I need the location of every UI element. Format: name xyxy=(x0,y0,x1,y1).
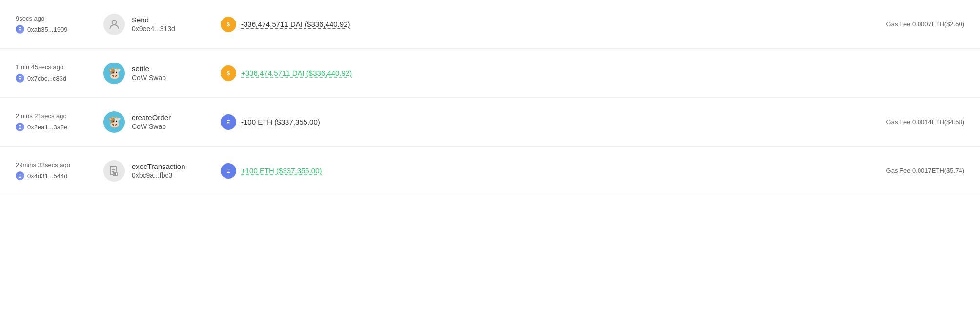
ethereum-icon xyxy=(16,25,24,34)
protocol-info: execTransaction0xbc9a...fbc3 xyxy=(132,162,185,179)
tx-gas-col: Gas Fee 0.0017ETH($5.74) xyxy=(837,167,964,174)
svg-text:$: $ xyxy=(227,70,230,76)
tx-amount-col: Ξ -100 ETH ($337,355.00) xyxy=(211,114,837,130)
dai-coin-icon: $ xyxy=(221,17,236,32)
tx-hash-text: 0xab35...1909 xyxy=(27,26,67,33)
ethereum-icon xyxy=(16,74,24,83)
dai-coin-icon: $ xyxy=(221,65,236,81)
tx-time: 29mins 33secs ago xyxy=(16,161,103,168)
tx-amount-col: Ξ +100 ETH ($337,355.00) xyxy=(211,163,837,179)
tx-hash-text: 0x7cbc...c83d xyxy=(27,75,66,82)
tx-time-col: 1min 45secs ago0x7cbc...c83d xyxy=(16,63,103,83)
tx-hash-text: 0x2ea1...3a2e xyxy=(27,124,67,131)
tx-gas-col: Gas Fee 0.0007ETH($2.50) xyxy=(837,21,964,28)
document-icon xyxy=(103,160,125,182)
table-row: 29mins 33secs ago0x4d31...544d execTrans… xyxy=(0,147,980,195)
protocol-info: Send0x9ee4...313d xyxy=(132,16,175,33)
protocol-sub: 0xbc9a...fbc3 xyxy=(132,171,185,179)
eth-coin-icon: Ξ xyxy=(221,163,236,179)
svg-text:Ξ: Ξ xyxy=(226,168,230,174)
protocol-info: settleCoW Swap xyxy=(132,64,166,82)
tx-hash[interactable]: 0xab35...1909 xyxy=(16,25,103,34)
protocol-action: Send xyxy=(132,16,175,24)
tx-protocol-col: execTransaction0xbc9a...fbc3 xyxy=(103,160,211,182)
person-icon xyxy=(103,14,125,35)
tx-time-col: 9secs ago0xab35...1909 xyxy=(16,15,103,34)
protocol-sub: CoW Swap xyxy=(132,74,166,82)
svg-text:Ξ: Ξ xyxy=(226,119,230,125)
tx-protocol-col: 🐮createOrderCoW Swap xyxy=(103,111,211,133)
table-row: 2mins 21secs ago0x2ea1...3a2e🐮createOrde… xyxy=(0,98,980,147)
tx-time: 1min 45secs ago xyxy=(16,63,103,71)
protocol-action: execTransaction xyxy=(132,162,185,170)
tx-amount-col: $ +336,474.5711 DAI ($336,440.92) xyxy=(211,65,837,81)
tx-protocol-col: 🐮settleCoW Swap xyxy=(103,63,211,84)
svg-text:$: $ xyxy=(227,21,230,27)
ethereum-icon xyxy=(16,123,24,131)
table-row: 9secs ago0xab35...1909 Send0x9ee4...313d… xyxy=(0,0,980,49)
protocol-action: settle xyxy=(132,64,166,73)
svg-point-0 xyxy=(112,20,117,24)
protocol-info: createOrderCoW Swap xyxy=(132,113,171,130)
protocol-sub: 0x9ee4...313d xyxy=(132,25,175,33)
tx-hash[interactable]: 0x4d31...544d xyxy=(16,171,103,180)
tx-gas-col: Gas Fee 0.0014ETH($4.58) xyxy=(837,118,964,126)
amount-text[interactable]: -100 ETH ($337,355.00) xyxy=(241,118,320,126)
tx-protocol-col: Send0x9ee4...313d xyxy=(103,14,211,35)
tx-amount-col: $ -336,474.5711 DAI ($336,440.92) xyxy=(211,17,837,32)
tx-time: 9secs ago xyxy=(16,15,103,22)
protocol-sub: CoW Swap xyxy=(132,123,171,130)
tx-hash-text: 0x4d31...544d xyxy=(27,172,67,180)
amount-text[interactable]: -336,474.5711 DAI ($336,440.92) xyxy=(241,20,350,28)
transaction-list: 9secs ago0xab35...1909 Send0x9ee4...313d… xyxy=(0,0,980,195)
tx-time-col: 29mins 33secs ago0x4d31...544d xyxy=(16,161,103,180)
ethereum-icon xyxy=(16,171,24,180)
protocol-action: createOrder xyxy=(132,113,171,122)
amount-text[interactable]: +336,474.5711 DAI ($336,440.92) xyxy=(241,69,352,77)
tx-time-col: 2mins 21secs ago0x2ea1...3a2e xyxy=(16,112,103,131)
tx-hash[interactable]: 0x7cbc...c83d xyxy=(16,74,103,83)
tx-hash[interactable]: 0x2ea1...3a2e xyxy=(16,123,103,131)
cow-swap-icon: 🐮 xyxy=(103,111,125,133)
eth-coin-icon: Ξ xyxy=(221,114,236,130)
amount-text[interactable]: +100 ETH ($337,355.00) xyxy=(241,167,322,175)
table-row: 1min 45secs ago0x7cbc...c83d🐮settleCoW S… xyxy=(0,49,980,98)
tx-time: 2mins 21secs ago xyxy=(16,112,103,120)
cow-swap-icon: 🐮 xyxy=(103,63,125,84)
